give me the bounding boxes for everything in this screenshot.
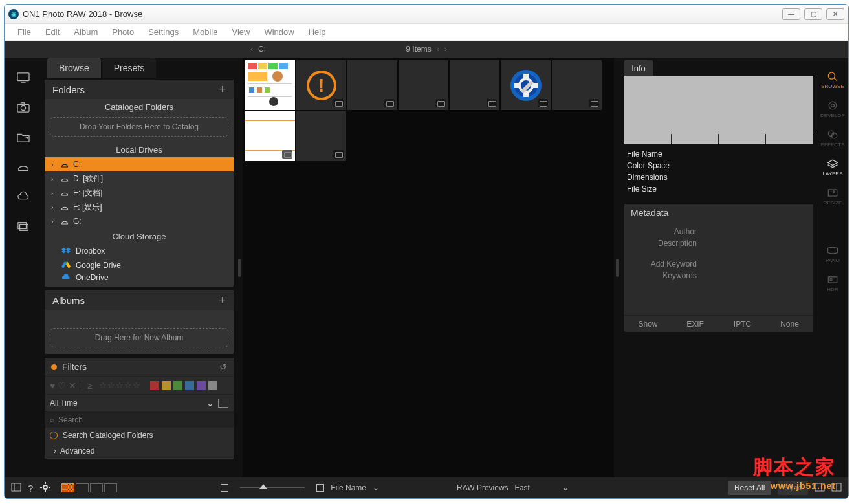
cloud-icon[interactable] [16, 191, 30, 205]
detail-view-icon[interactable] [76, 483, 89, 492]
heart-outline-icon[interactable]: ♡ [58, 380, 66, 391]
rail-resize[interactable]: RESIZE [817, 183, 848, 210]
help-icon[interactable]: ? [28, 483, 33, 494]
rail-layers[interactable]: LAYERS [817, 154, 848, 181]
cloud-dropbox[interactable]: Dropbox [45, 244, 234, 258]
cloud-google-drive[interactable]: Google Drive [45, 258, 234, 272]
thumb-1[interactable] [245, 60, 295, 110]
search-cataloged-row[interactable]: Search Cataloged Folders [45, 428, 234, 443]
thumb-9[interactable] [296, 111, 346, 161]
info-tab[interactable]: Info [624, 60, 653, 76]
drive-c[interactable]: ›C: [45, 157, 234, 171]
calendar-icon[interactable] [218, 399, 228, 408]
menu-view[interactable]: View [225, 25, 256, 39]
chevron-down-icon[interactable]: ⌄ [562, 483, 569, 492]
minimize-button[interactable]: — [782, 8, 800, 20]
add-folder-icon[interactable]: + [219, 83, 226, 96]
x-icon[interactable]: ✕ [69, 380, 76, 391]
rail-pano[interactable]: PANO [817, 241, 848, 267]
albums-header[interactable]: Albums + [45, 290, 234, 310]
gear-icon[interactable] [39, 481, 51, 495]
rail-hdr[interactable]: HDR [817, 270, 848, 296]
meta-tab-show[interactable]: Show [624, 316, 672, 332]
drive-f[interactable]: ›F: [娱乐] [45, 200, 234, 214]
menu-help[interactable]: Help [302, 25, 333, 39]
maximize-button[interactable]: ▢ [804, 8, 822, 20]
thumb-7[interactable] [552, 60, 602, 110]
menu-album[interactable]: Album [67, 25, 104, 39]
thumb-6[interactable] [501, 60, 551, 110]
tab-presets[interactable]: Presets [102, 58, 156, 78]
breadcrumb-back-icon[interactable]: ‹ [250, 45, 253, 54]
thumb-8[interactable] [245, 111, 295, 161]
dual-panel-icon[interactable] [831, 483, 842, 494]
menu-window[interactable]: Window [257, 25, 300, 39]
sync-button[interactable]: Sync [778, 481, 808, 495]
thumb-size-slider[interactable] [240, 487, 305, 488]
meta-add-keyword[interactable]: Add Keyword [624, 258, 813, 270]
color-green[interactable] [173, 381, 182, 390]
folder-arrow-icon[interactable] [16, 131, 30, 146]
search-row[interactable]: ⌕ Search [45, 411, 234, 428]
sort-checkbox[interactable] [316, 484, 324, 492]
menu-file[interactable]: File [11, 25, 38, 39]
meta-tab-exif[interactable]: EXIF [672, 316, 719, 332]
time-filter[interactable]: All Time ⌄ [45, 394, 234, 411]
sort-label[interactable]: File Name [331, 483, 366, 492]
camera-icon[interactable] [16, 102, 30, 116]
color-gray[interactable] [208, 381, 217, 390]
meta-tab-none[interactable]: None [766, 316, 813, 332]
close-button[interactable]: ✕ [826, 8, 844, 20]
folders-header[interactable]: Folders + [45, 80, 234, 99]
chevron-down-icon[interactable]: ⌄ [373, 483, 379, 492]
advanced-row[interactable]: › Advanced [45, 443, 234, 459]
thumb-4[interactable] [399, 60, 448, 110]
filters-reset-icon[interactable]: ↺ [219, 362, 227, 372]
menu-edit[interactable]: Edit [39, 25, 66, 39]
star-rating[interactable]: ☆☆☆☆☆ [99, 380, 141, 390]
heart-fill-icon[interactable]: ♥ [50, 380, 55, 391]
breadcrumb-path[interactable]: C: [258, 45, 266, 54]
panel-toggle-right-icon[interactable] [815, 483, 825, 494]
tab-browse[interactable]: Browse [47, 58, 101, 78]
monitor-icon[interactable] [16, 72, 30, 86]
add-album-icon[interactable]: + [219, 294, 226, 307]
filmstrip-view-icon[interactable] [90, 483, 103, 492]
drive-icon[interactable] [16, 161, 30, 175]
thumb-2[interactable]: ! [296, 60, 346, 110]
catalog-drop-zone[interactable]: Drop Your Folders Here to Catalog [50, 117, 228, 137]
fit-icon[interactable] [221, 484, 228, 492]
thumb-5[interactable] [450, 60, 499, 110]
album-drop-zone[interactable]: Drag Here for New Album [50, 328, 228, 347]
filters-header[interactable]: Filters ↺ [45, 358, 234, 376]
drive-g[interactable]: ›G: [45, 214, 234, 228]
drive-d[interactable]: ›D: [软件] [45, 171, 234, 186]
rail-develop[interactable]: DEVELOP [817, 96, 848, 122]
nav-next-icon[interactable]: › [444, 45, 447, 54]
drive-e[interactable]: ›E: [文档] [45, 186, 234, 200]
gte-icon[interactable]: ≥ [87, 380, 93, 391]
raw-previews-value[interactable]: Fast [515, 483, 530, 492]
color-purple[interactable] [197, 381, 206, 390]
metadata-header[interactable]: Metadata [624, 204, 813, 222]
rail-browse[interactable]: BROWSE [817, 67, 848, 93]
color-yellow[interactable] [162, 381, 171, 390]
right-resize-handle[interactable] [614, 58, 620, 477]
stack-icon[interactable] [16, 221, 30, 235]
meta-description: Description [624, 237, 813, 249]
grid-view-icon[interactable] [61, 483, 74, 492]
menu-mobile[interactable]: Mobile [186, 25, 224, 39]
color-blue[interactable] [185, 381, 194, 390]
nav-prev-icon[interactable]: ‹ [437, 45, 439, 54]
meta-tab-iptc[interactable]: IPTC [719, 316, 766, 332]
reset-all-button[interactable]: Reset All [728, 481, 771, 495]
thumb-3[interactable] [347, 60, 397, 110]
rail-effects[interactable]: EFFECTS [817, 125, 848, 151]
menu-photo[interactable]: Photo [105, 25, 140, 39]
compare-view-icon[interactable] [104, 483, 117, 492]
menu-settings[interactable]: Settings [142, 25, 185, 39]
color-red[interactable] [150, 381, 159, 390]
left-resize-handle[interactable] [236, 58, 243, 477]
cloud-onedrive[interactable]: OneDrive [45, 272, 234, 287]
panel-toggle-icon[interactable] [11, 483, 21, 494]
